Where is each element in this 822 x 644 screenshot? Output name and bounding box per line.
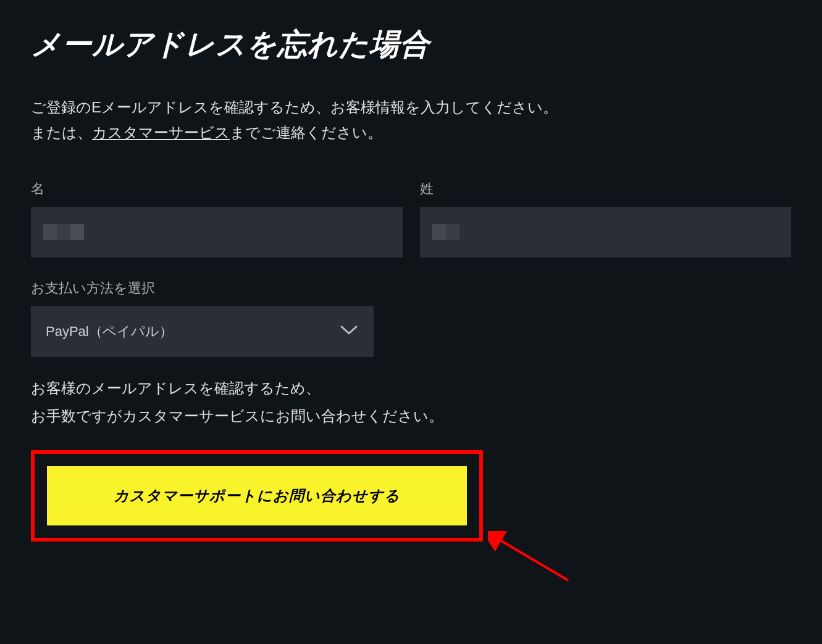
customer-service-link[interactable]: カスタマーサービス [92, 124, 230, 141]
description-line2-suffix: までご連絡ください。 [230, 124, 382, 141]
helper-line2: お手数ですがカスタマーサービスにお問い合わせください。 [31, 408, 443, 424]
last-name-group: 姓 [420, 180, 792, 257]
svg-line-1 [497, 538, 568, 580]
last-name-field[interactable] [420, 207, 792, 257]
last-name-label: 姓 [420, 180, 792, 198]
contact-support-button[interactable]: カスタマーサポートにお問い合わせする [47, 466, 467, 525]
first-name-label: 名 [31, 180, 403, 198]
payment-method-group: お支払い方法を選択 PayPal（ペイパル） [31, 279, 791, 357]
first-name-field[interactable] [31, 207, 403, 257]
payment-method-label: お支払い方法を選択 [31, 279, 791, 298]
helper-line1: お客様のメールアドレスを確認するため、 [31, 380, 321, 396]
cta-highlight-box: カスタマーサポートにお問い合わせする [31, 450, 483, 542]
annotation-arrow [488, 531, 574, 589]
payment-method-select[interactable]: PayPal（ペイパル） [31, 306, 374, 357]
description-text: ご登録のEメールアドレスを確認するため、お客様情報を入力してください。 または、… [31, 95, 791, 146]
page-title: メールアドレスを忘れた場合 [31, 25, 791, 64]
first-name-group: 名 [31, 180, 403, 257]
description-line2-prefix: または、 [31, 124, 92, 141]
helper-text: お客様のメールアドレスを確認するため、 お手数ですがカスタマーサービスにお問い合… [31, 374, 791, 430]
description-line1: ご登録のEメールアドレスを確認するため、お客様情報を入力してください。 [31, 99, 558, 115]
